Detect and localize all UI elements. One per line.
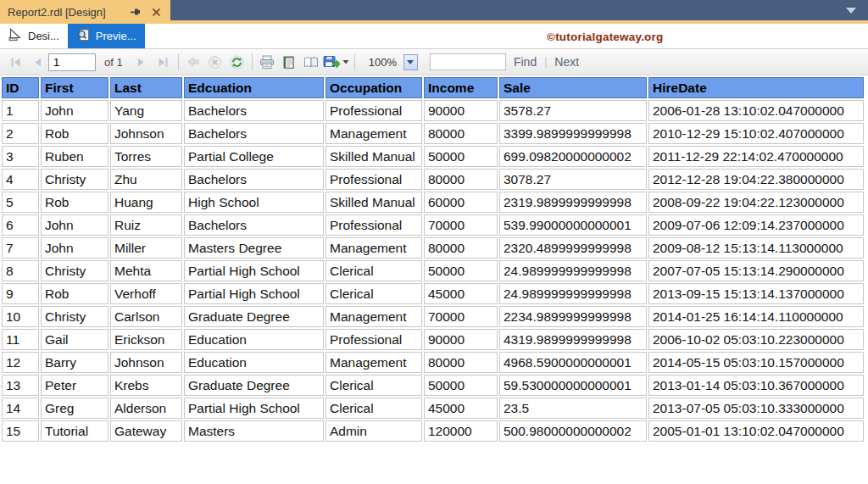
back-button[interactable] [182, 52, 204, 72]
preview-icon [76, 28, 91, 44]
table-cell: Bachelors [184, 169, 324, 190]
table-cell: 11 [2, 329, 39, 350]
print-button[interactable] [256, 52, 278, 72]
table-cell: 24.989999999999998 [499, 260, 647, 281]
table-cell: 2008-09-22 19:04:22.123000000 [648, 192, 864, 213]
pin-icon[interactable] [129, 5, 142, 19]
table-row: 14GregAldersonPartial High SchoolClerica… [2, 398, 864, 419]
export-dropdown-caret[interactable] [342, 59, 349, 64]
stop-button[interactable] [204, 52, 226, 72]
table-row: 12BarryJohnsonEducationManagement8000049… [2, 352, 864, 373]
find-next-button[interactable]: Next [554, 55, 579, 69]
table-cell: 3 [2, 146, 39, 167]
print-layout-button[interactable] [278, 52, 300, 72]
page-number-input[interactable] [48, 53, 96, 71]
table-cell: 699.09820000000002 [499, 146, 647, 167]
table-cell: Verhoff [110, 283, 182, 304]
find-button[interactable]: Find [514, 55, 537, 69]
table-cell: 2319.9899999999998 [499, 192, 647, 213]
previous-page-button[interactable] [26, 52, 48, 72]
report-viewer: IDFirstLastEdcuationOccupationIncomeSale… [0, 75, 868, 484]
page-setup-button[interactable] [300, 52, 322, 72]
column-header: Edcuation [184, 77, 324, 98]
table-cell: Erickson [110, 329, 182, 350]
tab-preview-label: Previe... [96, 30, 136, 42]
table-cell: Miller [110, 237, 182, 259]
table-cell: 80000 [424, 169, 498, 190]
table-cell: 2006-10-02 05:03:10.223000000 [648, 329, 864, 350]
table-cell: Clerical [326, 398, 422, 419]
table-cell: 2234.9899999999998 [499, 306, 647, 327]
table-cell: John [41, 214, 108, 236]
table-cell: Torres [110, 146, 182, 167]
table-cell: Gail [41, 329, 108, 350]
table-cell: 14 [2, 398, 39, 419]
table-cell: Professional [326, 214, 422, 236]
close-icon[interactable] [149, 5, 163, 19]
table-cell: Clerical [326, 375, 422, 396]
last-page-button[interactable] [153, 52, 175, 72]
table-cell: Management [326, 237, 422, 259]
table-cell: 90000 [424, 100, 498, 121]
table-cell: Bachelors [184, 214, 324, 236]
table-cell: 3078.27 [499, 169, 647, 190]
table-cell: Professional [326, 169, 422, 190]
table-cell: 4319.9899999999998 [499, 329, 647, 350]
table-cell: 4 [2, 169, 39, 190]
table-cell: 2013-07-05 05:03:10.333000000 [648, 398, 864, 419]
tab-design[interactable]: Desi... [0, 24, 68, 48]
chevron-down-icon[interactable] [846, 8, 856, 14]
table-cell: 70000 [424, 214, 498, 236]
refresh-button[interactable] [226, 52, 248, 72]
zoom-dropdown-button[interactable] [403, 54, 418, 70]
table-cell: Graduate Degree [184, 375, 324, 396]
table-body: 1JohnYangBachelorsProfessional900003578.… [2, 100, 864, 442]
find-input[interactable] [430, 53, 506, 70]
table-cell: Tutorial [41, 420, 108, 442]
table-row: 6JohnRuizBachelorsProfessional70000539.9… [2, 214, 864, 236]
table-cell: Bachelors [184, 100, 324, 121]
table-row: 13PeterKrebsGraduate DegreeClerical50000… [2, 375, 864, 396]
table-row: 1JohnYangBachelorsProfessional900003578.… [2, 100, 864, 121]
table-cell: 2320.4899999999998 [499, 237, 647, 259]
design-icon [8, 28, 23, 44]
table-header-row: IDFirstLastEdcuationOccupationIncomeSale… [2, 77, 864, 98]
table-cell: 8 [2, 260, 39, 281]
column-header: Income [424, 77, 498, 98]
table-cell: 2011-12-29 22:14:02.470000000 [648, 146, 864, 167]
document-tab-report2[interactable]: Report2.rdl [Design] [0, 0, 170, 24]
table-cell: 70000 [424, 306, 498, 327]
column-header: Last [110, 77, 182, 98]
table-cell: Ruben [41, 146, 108, 167]
export-button[interactable] [322, 52, 351, 72]
table-cell: John [41, 237, 108, 259]
table-cell: 5 [2, 192, 39, 213]
next-page-button[interactable] [131, 52, 153, 72]
table-cell: Johnson [110, 352, 182, 373]
table-cell: Clerical [326, 283, 422, 304]
zoom-value: 100% [364, 54, 403, 70]
table-cell: Rob [41, 283, 108, 304]
table-cell: 4968.5900000000001 [499, 352, 647, 373]
table-cell: 59.530000000000001 [499, 375, 647, 396]
table-cell: 2014-01-25 16:14:14.110000000 [648, 306, 864, 327]
table-cell: Clerical [326, 260, 422, 281]
table-cell: 2006-01-28 13:10:02.047000000 [648, 100, 864, 121]
document-tab-title: Report2.rdl [Design] [8, 6, 122, 19]
table-cell: 2012-12-28 19:04:22.380000000 [648, 169, 864, 190]
table-cell: Management [326, 123, 422, 144]
column-header: HireDate [648, 77, 864, 98]
table-cell: Mehta [110, 260, 182, 281]
table-cell: Partial High School [184, 283, 324, 304]
table-row: 8ChristyMehtaPartial High SchoolClerical… [2, 260, 864, 281]
table-row: 7JohnMillerMasters DegreeManagement80000… [2, 237, 864, 259]
table-cell: 2014-05-15 05:03:10.157000000 [648, 352, 864, 373]
tab-preview[interactable]: Previe... [68, 24, 145, 48]
report-toolbar: of 1 [0, 49, 868, 75]
toolbar-separator [178, 53, 179, 70]
table-cell: 9 [2, 283, 39, 304]
table-row: 9RobVerhoffPartial High SchoolClerical45… [2, 283, 864, 304]
first-page-button[interactable] [4, 52, 26, 72]
table-cell: 6 [2, 214, 39, 236]
zoom-select[interactable]: 100% [364, 54, 418, 70]
